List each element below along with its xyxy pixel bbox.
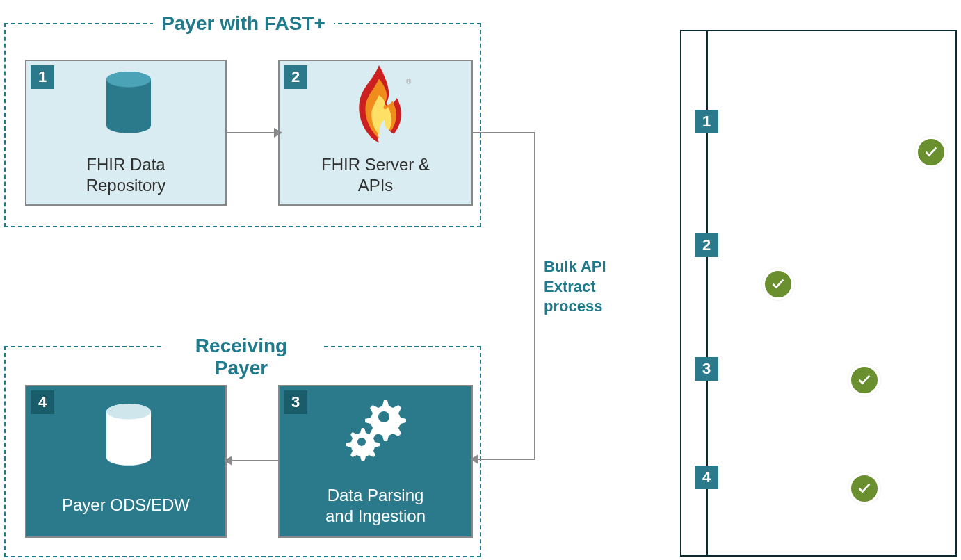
side-num-1: 1	[695, 110, 718, 133]
node-payer-ods: 4 Payer ODS/EDW	[25, 385, 227, 538]
check-icon	[857, 372, 872, 388]
node-fhir-repository: 1 FHIR Data Repository	[25, 60, 227, 206]
node-3-label-line1: Data Parsing	[328, 486, 424, 504]
api-label-line1: Bulk API	[544, 258, 606, 275]
side-num-3: 3	[695, 357, 718, 381]
node-num-2: 2	[284, 65, 307, 89]
arrow-3-to-4	[229, 460, 278, 461]
node-4-label-line1: Payer ODS/EDW	[62, 495, 190, 514]
node-num-3: 3	[284, 390, 307, 414]
database-icon	[102, 71, 156, 138]
node-4-label: Payer ODS/EDW	[26, 495, 225, 516]
node-num-1: 1	[31, 65, 54, 89]
svg-point-3	[106, 404, 151, 419]
node-2-label: FHIR Server & APIs	[280, 154, 471, 196]
arrow-2-to-3-head	[470, 454, 478, 464]
check-2	[762, 268, 794, 300]
svg-point-6	[357, 438, 366, 446]
api-label-line2: Extract	[544, 278, 596, 295]
check-icon	[857, 481, 872, 496]
node-1-label-line1: FHIR Data	[86, 155, 165, 174]
group-payer-fast-title: Payer with FAST+	[153, 13, 334, 35]
right-panel	[680, 30, 957, 557]
node-fhir-server: 2 ® FHIR Server & APIs	[278, 60, 473, 206]
svg-point-5	[378, 411, 389, 422]
check-icon	[770, 277, 786, 292]
bulk-api-label: Bulk API Extract process	[544, 257, 606, 317]
check-4	[848, 472, 880, 504]
arrow-1-to-2	[227, 132, 277, 133]
arrow-2-to-3-seg1	[473, 132, 535, 133]
side-num-4: 4	[695, 466, 718, 489]
node-1-label-line2: Repository	[86, 176, 166, 195]
arrow-2-to-3-seg2	[534, 132, 535, 460]
gears-icon	[341, 396, 417, 466]
check-icon	[923, 145, 939, 160]
check-1	[915, 136, 947, 168]
side-num-2: 2	[695, 233, 718, 257]
check-3	[848, 364, 880, 396]
node-1-label: FHIR Data Repository	[26, 154, 225, 196]
database-icon-white	[102, 403, 156, 470]
node-2-label-line2: APIs	[358, 176, 394, 195]
node-3-label: Data Parsing and Ingestion	[280, 485, 471, 527]
api-label-line3: process	[544, 297, 602, 315]
arrow-2-to-3-seg3	[476, 459, 535, 460]
node-num-4: 4	[31, 390, 54, 414]
node-2-label-line1: FHIR Server &	[321, 155, 430, 174]
svg-point-1	[106, 72, 151, 87]
node-3-label-line2: and Ingestion	[325, 507, 426, 525]
arrow-3-to-4-head	[224, 456, 232, 466]
arrow-1-to-2-head	[274, 128, 282, 138]
node-data-parsing: 3 Data Parsing and Ingestion	[278, 385, 473, 538]
flame-icon	[348, 65, 410, 147]
group-receiving-payer-title: Receiving Payer	[161, 335, 321, 379]
